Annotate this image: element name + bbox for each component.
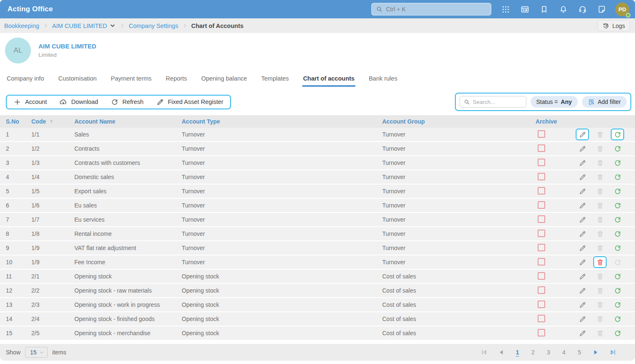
delete-button[interactable] [593,143,607,154]
status-filter-chip[interactable]: Status = Any [531,96,578,108]
page-1-button[interactable]: 1 [515,349,521,356]
page-3-button[interactable]: 3 [546,349,551,356]
header-account-group[interactable]: Account Group [382,118,536,125]
archive-checkbox[interactable] [538,144,545,152]
archive-checkbox[interactable] [538,301,545,308]
edit-button[interactable] [576,214,589,225]
delete-button[interactable] [593,242,607,254]
archive-checkbox[interactable] [538,215,545,223]
edit-button[interactable] [576,285,589,296]
page-5-button[interactable]: 5 [577,349,582,356]
restore-button[interactable] [611,200,624,211]
restore-button[interactable] [611,171,624,183]
delete-button[interactable] [593,129,607,140]
tab-chart-of-accounts[interactable]: Chart of accounts [303,75,354,87]
delete-button[interactable] [593,313,607,325]
apps-grid-icon[interactable] [501,5,510,14]
edit-button[interactable] [576,327,589,339]
breadcrumb-company[interactable]: AIM CUBE LIMITED [52,23,107,29]
last-page-button[interactable] [609,349,617,356]
archive-checkbox[interactable] [538,244,545,251]
restore-button[interactable] [611,157,624,169]
edit-button[interactable] [576,242,589,254]
restore-button[interactable] [611,214,624,225]
restore-button[interactable] [611,270,624,282]
refresh-button[interactable]: Refresh [111,98,144,106]
tab-bank-rules[interactable]: Bank rules [369,75,398,87]
archive-checkbox[interactable] [538,201,545,209]
logs-button[interactable]: Logs [597,20,630,31]
previous-page-button[interactable] [498,349,505,356]
header-archive[interactable]: Archive [536,118,573,125]
edit-button[interactable] [576,299,589,311]
breadcrumb-company-settings[interactable]: Company Settings [129,23,178,29]
edit-button[interactable] [576,171,589,183]
delete-button[interactable] [593,285,607,296]
delete-button[interactable] [593,299,607,311]
restore-button[interactable] [611,242,624,254]
page-4-button[interactable]: 4 [561,349,567,356]
header-account-name[interactable]: Account Name [74,118,182,125]
delete-button[interactable] [593,214,607,225]
restore-button[interactable] [611,313,624,325]
delete-button[interactable] [593,185,607,197]
edit-button[interactable] [576,143,589,154]
company-dropdown-caret-icon[interactable] [109,23,116,29]
tab-customisation[interactable]: Customisation [58,75,97,87]
download-button[interactable]: Download [59,98,98,106]
restore-button[interactable] [611,129,624,140]
archive-checkbox[interactable] [538,315,545,322]
fixed-asset-register-button[interactable]: Fixed Asset Register [156,98,224,106]
delete-button[interactable] [593,228,607,240]
restore-button[interactable] [611,285,624,296]
next-page-button[interactable] [592,349,599,356]
edit-button[interactable] [576,256,589,268]
archive-checkbox[interactable] [538,272,545,280]
restore-button[interactable] [611,256,624,268]
page-2-button[interactable]: 2 [530,349,536,356]
edit-button[interactable] [576,313,589,325]
archive-checkbox[interactable] [538,286,545,294]
page-size-select[interactable]: 15 [25,347,48,358]
edit-button[interactable] [576,200,589,211]
support-headset-icon[interactable] [578,5,587,14]
tab-templates[interactable]: Templates [261,75,289,87]
company-name[interactable]: AIM CUBE LIMITED [38,43,96,50]
archive-checkbox[interactable] [538,187,545,195]
archive-checkbox[interactable] [538,258,545,265]
tab-payment-terms[interactable]: Payment terms [111,75,152,87]
header-code[interactable]: Code [31,118,74,125]
global-search-input[interactable]: Ctrl + K [371,3,491,15]
restore-button[interactable] [611,228,624,240]
table-search-input[interactable]: Search... [460,96,526,108]
breadcrumb-bookkeeping[interactable]: Bookkeeping [4,23,39,29]
header-account-type[interactable]: Account Type [182,118,382,125]
restore-button[interactable] [611,299,624,311]
restore-button[interactable] [611,185,624,197]
notes-icon[interactable] [597,5,606,14]
delete-button[interactable] [593,157,607,169]
workspace-icon[interactable] [521,5,529,14]
delete-button[interactable] [593,200,607,211]
delete-button[interactable] [593,256,607,268]
edit-button[interactable] [576,185,589,197]
tab-opening-balance[interactable]: Opening balance [201,75,247,87]
archive-checkbox[interactable] [538,173,545,180]
first-page-button[interactable] [480,349,488,356]
archive-checkbox[interactable] [538,329,545,336]
archive-checkbox[interactable] [538,230,545,237]
delete-button[interactable] [593,171,607,183]
edit-button[interactable] [576,228,589,240]
archive-checkbox[interactable] [538,159,545,166]
edit-button[interactable] [576,157,589,169]
bookmark-icon[interactable] [540,5,549,14]
add-account-button[interactable]: Account [13,98,47,106]
header-sno[interactable]: S.No [6,118,31,125]
edit-button[interactable] [576,270,589,282]
edit-button[interactable] [576,129,589,140]
tab-company-info[interactable]: Company info [7,75,44,87]
restore-button[interactable] [611,327,624,339]
user-avatar[interactable]: PD [615,3,629,16]
restore-button[interactable] [611,143,624,154]
tab-reports[interactable]: Reports [166,75,187,87]
